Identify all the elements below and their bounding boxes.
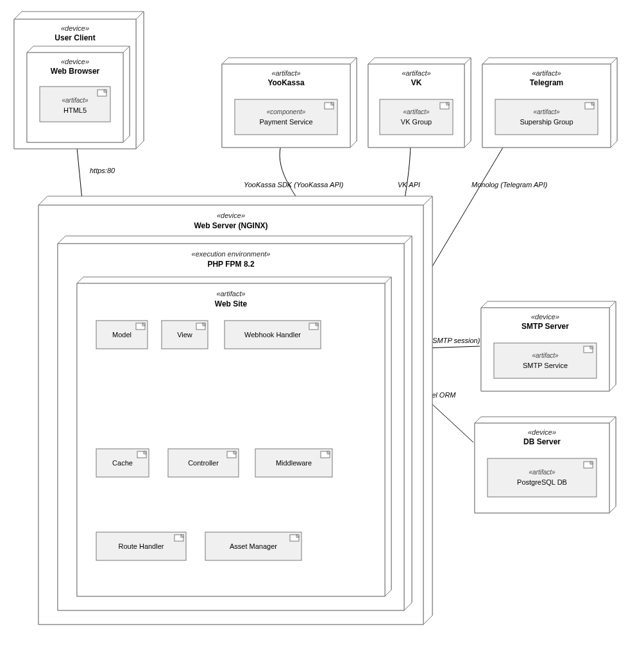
artifact-controller: Controller [168,449,239,477]
web-server-name: Web Server (NGINX) [194,221,267,230]
artifact-icon [584,462,593,468]
node-web-browser: «device» Web Browser «artifact» HTML5 [27,46,130,142]
artifact-model: Model [96,321,148,349]
svg-marker-7 [27,46,130,53]
smtp-service-stereotype: «artifact» [532,352,559,359]
svg-marker-22 [482,58,617,64]
node-yookassa: «artifact» YooKassa «component» Payment … [222,58,357,147]
artifact-postgresql: «artifact» PostgreSQL DB [487,458,597,497]
payment-service-stereotype: «component» [267,108,306,115]
html5-name: HTML5 [64,106,87,114]
php-fpm-name: PHP FPM 8.2 [207,260,254,269]
svg-rect-25 [495,99,598,135]
artifact-webhook-handler: Webhook Handler [225,321,321,349]
web-site-name: Web Site [215,299,248,308]
svg-rect-50 [494,343,597,378]
node-db-server: «device» DB Server «artifact» PostgreSQL… [475,417,616,513]
svg-rect-55 [487,458,597,497]
svg-marker-48 [609,301,616,391]
svg-marker-31 [58,236,412,244]
svg-marker-13 [350,58,357,147]
webhook-name: Webhook Handler [244,331,301,339]
node-web-site: «artifact» Web Site Model View Webhook H… [77,277,391,596]
svg-marker-47 [481,301,616,308]
svg-marker-23 [611,58,617,147]
svg-marker-53 [609,417,616,513]
node-user-client: «device» User Client «device» Web Browse… [14,12,144,149]
view-name: View [177,331,192,339]
svg-rect-15 [235,99,337,135]
svg-marker-3 [14,12,144,19]
artifact-html5: «artifact» HTML5 [40,87,110,122]
artifact-icon [97,90,106,96]
artifact-icon [585,103,594,109]
svg-marker-18 [464,58,471,147]
php-fpm-stereotype: «execution environment» [192,250,271,258]
svg-marker-36 [385,277,391,596]
artifact-icon [584,346,593,353]
controller-name: Controller [188,459,219,467]
edge-https-label: https:80 [90,167,115,174]
node-web-server: «device» Web Server (NGINX) «execution e… [38,196,432,624]
db-server-name: DB Server [523,437,561,446]
component-payment-service: «component» Payment Service [235,99,337,135]
artifact-smtp-service: «artifact» SMTP Service [494,343,597,378]
vk-stereotype: «artifact» [402,69,430,77]
svg-marker-32 [404,236,412,610]
node-php-fpm: «execution environment» PHP FPM 8.2 «art… [58,236,412,610]
svg-marker-8 [123,46,130,142]
svg-marker-28 [423,196,432,624]
artifact-icon [309,323,318,330]
artifact-route-handler: Route Handler [96,532,186,560]
artifact-icon [227,451,236,458]
postgres-name: PostgreSQL DB [517,478,567,486]
asset-manager-name: Asset Manager [230,542,277,550]
svg-marker-35 [77,277,391,283]
edge-monolog-label: Monolog (Telegram API) [471,181,548,188]
artifact-asset-manager: Asset Manager [205,532,301,560]
artifact-icon [325,103,334,109]
telegram-name: Telegram [530,78,563,87]
user-client-stereotype: «device» [61,24,89,32]
yookassa-name: YooKassa [267,78,304,87]
db-server-stereotype: «device» [528,428,556,436]
supership-name: Supership Group [520,118,573,126]
artifact-vk-group: «artifact» VK Group [380,99,453,135]
route-handler-name: Route Handler [119,542,164,550]
model-name: Model [112,331,131,339]
web-server-stereotype: «device» [217,212,245,219]
payment-service-name: Payment Service [259,118,312,126]
postgres-stereotype: «artifact» [529,469,555,476]
artifact-view: View [162,321,208,349]
smtp-service-name: SMTP Service [523,362,568,369]
artifact-icon [440,103,449,109]
smtp-server-name: SMTP Server [521,322,569,331]
artifact-icon [137,451,146,458]
yookassa-stereotype: «artifact» [271,69,300,77]
artifact-icon [136,323,145,330]
artifact-icon [174,535,183,541]
html5-stereotype: «artifact» [62,97,89,104]
artifact-cache: Cache [96,449,149,477]
telegram-stereotype: «artifact» [532,69,561,77]
middleware-name: Middleware [276,459,312,467]
node-smtp-server: «device» SMTP Server «artifact» SMTP Ser… [481,301,616,391]
svg-marker-4 [136,12,144,149]
artifact-icon [321,451,330,458]
user-client-name: User Client [55,33,95,42]
edge-yookassa-label: YooKassa SDK (YooKassa API) [244,181,344,188]
web-site-stereotype: «artifact» [216,290,245,297]
vk-group-stereotype: «artifact» [403,108,430,115]
vk-name: VK [411,78,422,87]
web-browser-name: Web Browser [51,67,100,76]
edge-vkapi-label: VK API [398,181,420,188]
smtp-server-stereotype: «device» [531,313,559,321]
supership-stereotype: «artifact» [533,108,560,115]
cache-name: Cache [112,459,133,467]
vk-group-name: VK Group [401,118,432,126]
artifact-icon [290,535,299,541]
deployment-diagram: https:80 YooKassa SDK (YooKassa API) VK … [0,0,644,645]
web-browser-stereotype: «device» [61,58,89,65]
svg-marker-17 [368,58,471,64]
svg-marker-52 [475,417,616,423]
